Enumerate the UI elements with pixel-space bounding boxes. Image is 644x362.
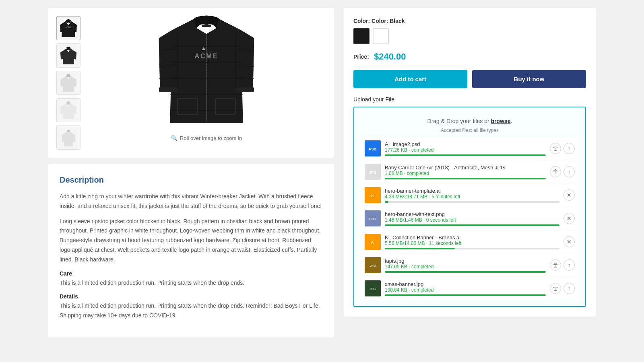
main-image-container: ACME [87,16,326,150]
dropzone-text: Drag & Drop your files or [427,118,489,124]
color-swatch-black[interactable] [353,28,369,44]
file-item: AI KL Collection Banner - Brands.ai5.56 … [361,230,579,253]
details-text: This is a limited edition production run… [60,301,323,321]
file-delete-button[interactable]: 🗑 [550,259,561,271]
file-actions: 🗑↑ [550,283,575,294]
file-name: hero-banner-template.ai [385,188,559,194]
thumbnail-list: ACME [56,16,80,150]
buttons-row: Add to cart Buy it now [353,70,586,88]
progress-bar [385,271,546,273]
upload-dropzone[interactable]: Drag & Drop your files or browse. Accept… [353,107,586,307]
thumbnail-2[interactable] [56,43,80,68]
progress-fill [385,271,546,273]
main-product-image: ACME [142,16,271,129]
file-close-button[interactable]: ✕ [564,213,575,224]
file-delete-button[interactable]: 🗑 [550,166,561,177]
file-item: PSD AI_Image2.psd177.26 KB · completed🗑↑ [361,137,579,160]
zoom-hint: 🔍 Roll over image to zoom in [171,135,242,141]
svg-text:JPG: JPG [369,171,376,175]
thumbnail-4[interactable] [56,98,80,122]
product-options-card: Color: Color: Black Price: $240.00 Add t… [344,8,596,317]
file-thumb: PNG [365,210,381,226]
file-name: tapis.jpg [385,258,546,264]
file-item: JPG tapis.jpg147.05 KB · completed🗑↑ [361,254,579,276]
file-name: xmas-banner.jpg [385,281,546,287]
progress-fill [385,154,546,156]
buy-it-now-button[interactable]: Buy it now [472,70,586,88]
file-actions: 🗑↑ [550,143,575,154]
file-list: PSD AI_Image2.psd177.26 KB · completed🗑↑… [361,137,579,300]
progress-bar [385,201,559,203]
svg-text:JPG: JPG [369,287,376,291]
file-upload-button[interactable]: ↑ [564,283,575,294]
file-close-button[interactable]: ✕ [564,236,575,247]
progress-bar [385,248,559,249]
svg-text:JPG: JPG [369,264,376,267]
thumbnail-3[interactable] [56,71,80,95]
right-panel: Color: Color: Black Price: $240.00 Add t… [344,8,596,337]
progress-fill [385,178,546,179]
care-label: Care [60,270,323,277]
file-status: 190.84 KB · completed [385,287,546,293]
dropzone-accepted: Accepted files: all file types [361,128,579,133]
price-row: Price: $240.00 [353,51,586,62]
color-swatch-white[interactable] [373,28,389,44]
file-info: KL Collection Banner - Brands.ai5.56 MB/… [385,234,559,249]
price-label: Price: [353,53,369,60]
progress-fill [385,201,388,203]
left-panel: ACME [48,8,334,337]
file-info: xmas-banner.jpg190.84 KB · completed [385,281,546,296]
thumbnail-5[interactable] [56,125,80,150]
file-upload-button[interactable]: ↑ [564,143,575,154]
description-title: Description [60,175,323,185]
price-value: $240.00 [374,51,406,62]
file-thumb: JPG [365,164,381,180]
color-label-text: Color: [353,18,372,24]
file-status: 1.06 MB · completed [385,171,546,176]
progress-bar [385,224,559,226]
file-close-button[interactable]: ✕ [564,189,575,201]
progress-fill [385,294,546,296]
svg-text:ACME: ACME [66,26,72,29]
file-item: AI hero-banner-template.ai4.33 MB/218.71… [361,184,579,206]
browse-link[interactable]: browse [491,118,511,124]
file-thumb: AI [365,187,381,203]
details-label: Details [60,293,323,300]
color-swatches [353,28,586,44]
svg-text:PSD: PSD [369,147,377,151]
svg-text:ACME: ACME [194,53,218,60]
file-status: 1.46 MB/1.46 MB · 0 seconds left [385,217,559,223]
file-item: PNG hero-banner-with-text.png1.46 MB/1.4… [361,207,579,230]
svg-rect-20 [235,87,254,92]
svg-text:AI: AI [371,241,375,245]
file-delete-button[interactable]: 🗑 [550,283,561,294]
progress-bar [385,154,546,156]
svg-rect-1 [202,25,211,27]
file-status: 5.56 MB/14.00 MB · 11 seconds left [385,241,559,246]
upload-section-label: Upload your File [353,96,586,103]
file-delete-button[interactable]: 🗑 [550,143,561,154]
file-upload-button[interactable]: ↑ [564,166,575,177]
file-item: JPG Baby Carrier One Air (2018) - Anthra… [361,160,579,183]
add-to-cart-button[interactable]: Add to cart [353,70,467,88]
file-thumb: JPG [365,280,381,296]
file-status: 4.33 MB/218.71 MB · 6 minutes left [385,194,559,200]
description-para2: Long sleeve ripstop jacket color blocked… [60,217,323,265]
product-images-card: ACME [48,8,334,158]
svg-text:PNG: PNG [369,217,376,221]
zoom-icon: 🔍 [171,135,178,141]
progress-bar [385,294,546,296]
progress-fill [385,224,559,226]
file-name: Baby Carrier One Air (2018) - Anthracite… [385,165,546,171]
file-upload-button[interactable]: ↑ [564,259,575,271]
file-thumb: AI [365,234,381,250]
file-name: AI_Image2.psd [385,141,546,147]
file-item: JPG xmas-banner.jpg190.84 KB · completed… [361,277,579,300]
thumbnail-1[interactable]: ACME [56,16,80,40]
file-info: hero-banner-template.ai4.33 MB/218.71 MB… [385,188,559,203]
file-name: KL Collection Banner - Brands.ai [385,234,559,241]
progress-fill [385,248,455,249]
file-info: Baby Carrier One Air (2018) - Anthracite… [385,165,546,179]
dropzone-header: Drag & Drop your files or browse. [361,114,579,128]
svg-rect-19 [159,87,178,92]
